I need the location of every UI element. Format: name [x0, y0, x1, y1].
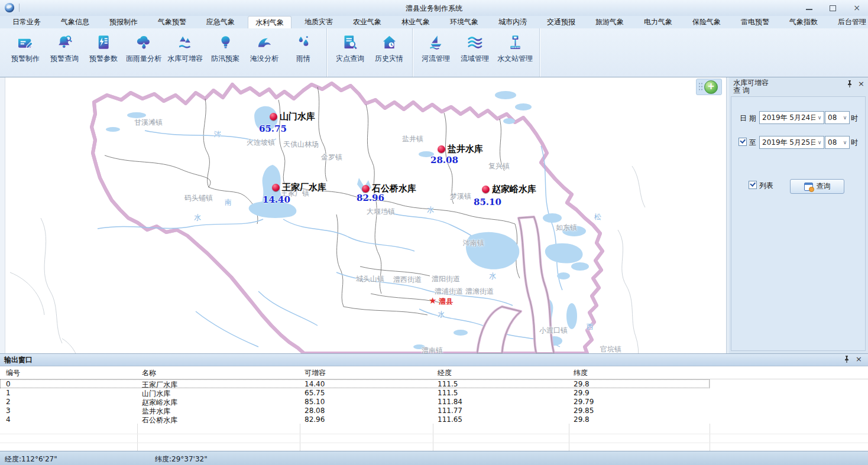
menu-item-warning[interactable]: 气象预警 — [151, 16, 193, 28]
menu-item-emergency[interactable]: 应急气象 — [199, 16, 242, 28]
col-header-id[interactable]: 编号 — [6, 368, 20, 378]
table-row[interactable]: 4 石公桥水库 82.96 111.65 29.8 — [0, 415, 868, 424]
start-date-select[interactable]: 2019年 5月24日 ∨ — [759, 111, 824, 124]
river-label: 松 — [594, 212, 601, 222]
toolbar: 预警制作 预警查询 预警参数 面雨量分析 水库可增容 防汛预案 — [0, 28, 868, 77]
end-date-select[interactable]: 2019年 5月25日 ∨ — [759, 136, 824, 149]
pin-icon[interactable] — [847, 80, 853, 87]
disaster-point-query-button[interactable]: 灾点查询 — [331, 32, 370, 65]
reservoir-name: 赵家峪水库 — [492, 184, 536, 195]
panel-title-line2: 查 询 — [733, 87, 769, 95]
reservoir-marker[interactable] — [438, 145, 445, 153]
toolbar-label: 雨情 — [296, 54, 310, 64]
end-hour-select[interactable]: 08 ∨ — [825, 136, 850, 149]
cloud-rain-icon — [135, 34, 153, 51]
river-label: 西 — [587, 322, 594, 332]
rain-condition-button[interactable]: 雨情 — [284, 32, 323, 65]
title-bar: 澧县业务制作系统 × — [0, 0, 868, 17]
col-header-name[interactable]: 名称 — [142, 368, 156, 378]
minimize-button[interactable] — [804, 3, 815, 12]
reservoir-marker[interactable] — [272, 184, 280, 191]
restore-button[interactable] — [828, 3, 838, 12]
menu-item-admin[interactable]: 后台管理 — [831, 16, 868, 28]
toolbar-label: 防汛预案 — [211, 54, 239, 64]
table-row[interactable]: 3 盐井水库 28.08 111.77 29.85 — [0, 406, 868, 415]
flood-plan-button[interactable]: 防汛预案 — [206, 32, 245, 65]
reservoir-capacity-button[interactable]: 水库可增容 — [164, 32, 206, 65]
menu-bar: 日常业务 气象信息 预报制作 气象预警 应急气象 水利气象 地质灾害 农业气象 … — [0, 16, 868, 28]
town-label: 小渡口镇 — [539, 326, 568, 336]
river-label: 水 — [427, 205, 434, 215]
menu-item-tourism[interactable]: 旅游气象 — [588, 16, 631, 28]
town-label: 城头山镇 — [356, 274, 384, 284]
date-label: 日 期 — [740, 113, 756, 123]
window-title: 澧县业务制作系统 — [0, 4, 868, 14]
menu-item-urban-flood[interactable]: 城市内涝 — [491, 16, 534, 28]
table-row[interactable]: 1 山门水库 65.75 111.5 29.9 — [0, 388, 868, 397]
menu-item-forestry[interactable]: 林业气象 — [394, 16, 437, 28]
table-row[interactable]: 0 王家厂水库 14.40 111.5 29.8 — [0, 379, 710, 388]
warning-params-button[interactable]: 预警参数 — [84, 32, 123, 65]
col-header-latitude[interactable]: 纬度 — [574, 368, 588, 378]
status-bar: 经度:112°6'27" 纬度:29°37'32" — [0, 451, 868, 465]
map-overlay-toolbar: + — [696, 79, 722, 95]
sailboat-icon — [427, 34, 445, 51]
menu-item-agriculture[interactable]: 农业气象 — [346, 16, 388, 28]
town-label: 天供山林场 — [283, 139, 319, 149]
town-label: 火连坡镇 — [247, 138, 275, 148]
to-checkbox[interactable] — [739, 138, 747, 146]
reservoir-marker[interactable] — [362, 185, 370, 193]
warning-make-button[interactable]: 预警制作 — [6, 32, 45, 65]
col-header-longitude[interactable]: 经度 — [438, 368, 452, 378]
menu-item-power[interactable]: 电力气象 — [637, 16, 679, 28]
town-label: 澧澹街道 — [465, 287, 494, 297]
menu-item-traffic[interactable]: 交通预报 — [540, 16, 582, 28]
menu-item-weather-info[interactable]: 气象信息 — [54, 16, 96, 28]
toolbar-label: 预警制作 — [11, 54, 40, 64]
reservoir-marker[interactable] — [482, 186, 490, 193]
river-label: 水 — [194, 213, 201, 223]
start-hour-select[interactable]: 08 ∨ — [825, 111, 850, 124]
menu-item-environment[interactable]: 环境气象 — [443, 16, 485, 28]
town-label: 澧浦街道 — [435, 287, 463, 297]
menu-item-hydrology[interactable]: 水利气象 — [248, 16, 292, 28]
inundation-analysis-button[interactable]: 淹没分析 — [245, 32, 284, 65]
menu-item-forecast[interactable]: 预报制作 — [102, 16, 145, 28]
disaster-history-button[interactable]: 历史灾情 — [370, 32, 409, 65]
card-pencil-icon — [17, 34, 35, 51]
menu-item-index[interactable]: 气象指数 — [782, 16, 825, 28]
menu-item-daily[interactable]: 日常业务 — [5, 16, 48, 28]
map-canvas[interactable]: 甘溪滩镇 火连坡镇 天供山林场 金罗镇 盐井镇 复兴镇 码头铺镇 王家厂镇 梦溪… — [5, 77, 727, 353]
hydrostation-manage-button[interactable]: 水文站管理 — [494, 32, 536, 65]
output-close-icon[interactable]: × — [856, 356, 862, 363]
menu-item-lightning[interactable]: 雷电预警 — [734, 16, 776, 28]
reservoir-name: 王家厂水库 — [282, 182, 326, 193]
warning-query-button[interactable]: 预警查询 — [45, 32, 84, 65]
panel-close-icon[interactable]: × — [858, 80, 864, 87]
menu-item-geology[interactable]: 地质灾害 — [297, 16, 340, 28]
status-longitude: 经度:112°6'27" — [5, 454, 57, 464]
output-header: 输出窗口 — [0, 353, 868, 366]
river-manage-button[interactable]: 河流管理 — [416, 32, 455, 65]
pin-icon[interactable] — [844, 356, 850, 363]
list-checkbox[interactable] — [749, 181, 757, 189]
town-label: 复兴镇 — [488, 161, 510, 171]
chevron-down-icon: ∨ — [815, 139, 824, 145]
river-label: 涔 — [214, 129, 221, 139]
table-row[interactable]: 2 赵家峪水库 85.10 111.84 29.79 — [0, 397, 868, 406]
basin-manage-button[interactable]: 流域管理 — [455, 32, 494, 65]
bell-search-icon — [56, 34, 74, 51]
wave-icon — [255, 34, 274, 51]
query-button[interactable]: 查询 — [790, 179, 844, 194]
zoom-in-button[interactable]: + — [704, 80, 718, 94]
menu-item-insurance[interactable]: 保险气象 — [685, 16, 728, 28]
col-header-capacity[interactable]: 可增容 — [305, 368, 326, 378]
reservoir-marker[interactable] — [270, 113, 277, 121]
close-button[interactable]: × — [851, 3, 862, 12]
empty-row — [0, 425, 868, 434]
town-label: 金罗镇 — [321, 152, 342, 162]
waves-icon — [466, 34, 484, 51]
drag-handle-icon[interactable] — [698, 82, 703, 92]
area-rain-analysis-button[interactable]: 面雨量分析 — [123, 32, 164, 65]
county-seat-star-icon: ★ — [429, 295, 436, 306]
